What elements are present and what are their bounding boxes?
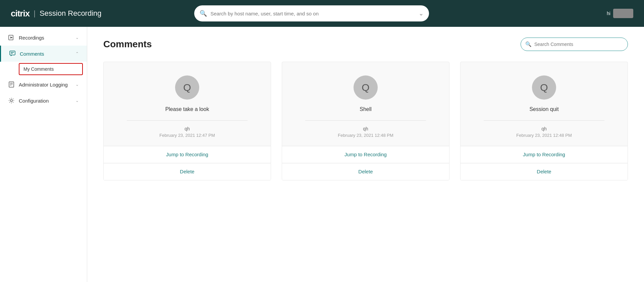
sidebar-item-comments[interactable]: Comments ⌃ [0, 46, 87, 62]
user-greeting: hi [607, 11, 610, 16]
card-divider [127, 120, 248, 121]
sidebar-item-configuration[interactable]: Configuration ⌄ [0, 93, 87, 109]
comment-card: Q Session quit qh February 23, 2021 12:4… [460, 62, 628, 180]
global-search-bar: 🔍 ⌄ [194, 5, 429, 21]
sidebar-item-admin-logging[interactable]: Administrator Logging ⌄ [0, 76, 87, 93]
comment-date: February 23, 2021 12:47 PM [159, 133, 215, 138]
svg-rect-6 [9, 82, 14, 87]
card-body-0: Q Please take a look qh February 23, 202… [104, 62, 271, 146]
delete-link[interactable]: Delete [358, 169, 373, 174]
configuration-icon [8, 97, 15, 104]
recordings-chevron: ⌄ [75, 35, 79, 40]
configuration-chevron: ⌄ [75, 98, 79, 103]
comment-date: February 23, 2021 12:48 PM [338, 133, 393, 138]
configuration-label: Configuration [19, 98, 71, 104]
delete-button[interactable]: Delete [104, 163, 271, 180]
jump-to-recording-link[interactable]: Jump to Recording [166, 152, 208, 157]
comment-user: qh [541, 126, 547, 131]
admin-logging-icon [8, 81, 15, 88]
citrix-logo: citrix [11, 8, 30, 19]
card-body-2: Q Session quit qh February 23, 2021 12:4… [461, 62, 628, 146]
search-comments-input[interactable] [521, 38, 628, 51]
comments-sub-menu: My Comments [0, 63, 87, 75]
avatar: Q [532, 75, 556, 100]
comment-text: Please take a look [165, 106, 209, 112]
comment-user: qh [363, 126, 368, 131]
svg-point-10 [10, 100, 12, 102]
my-comments-label: My Comments [23, 66, 54, 72]
admin-logging-label: Administrator Logging [19, 82, 71, 88]
comments-chevron: ⌃ [75, 51, 79, 56]
main-content: Comments 🔍 Q Please take a look qh Febru… [87, 27, 644, 282]
delete-link[interactable]: Delete [180, 169, 194, 174]
page-title: Comments [103, 39, 152, 50]
jump-to-recording-button[interactable]: Jump to Recording [104, 146, 271, 163]
comment-card: Q Please take a look qh February 23, 202… [103, 62, 271, 180]
global-search-input[interactable] [194, 5, 429, 21]
recordings-icon [8, 34, 15, 41]
comment-text: Shell [360, 106, 372, 112]
logo-divider: | [34, 9, 36, 18]
comment-date: February 23, 2021 12:48 PM [516, 133, 572, 138]
user-area: hi [607, 9, 633, 18]
comments-cards-grid: Q Please take a look qh February 23, 202… [103, 62, 628, 180]
jump-to-recording-button[interactable]: Jump to Recording [461, 146, 628, 163]
delete-button[interactable]: Delete [282, 163, 449, 180]
card-body-1: Q Shell qh February 23, 2021 12:48 PM [282, 62, 449, 146]
recordings-label: Recordings [19, 35, 71, 41]
card-divider [484, 120, 604, 121]
logo-area: citrix | Session Recording [11, 8, 102, 19]
jump-to-recording-link[interactable]: Jump to Recording [523, 152, 565, 157]
comment-card: Q Shell qh February 23, 2021 12:48 PM Ju… [282, 62, 449, 180]
admin-logging-chevron: ⌄ [75, 82, 79, 87]
delete-link[interactable]: Delete [537, 169, 551, 174]
search-comments-bar: 🔍 [521, 38, 628, 51]
comments-label: Comments [20, 51, 71, 57]
comments-icon [9, 50, 16, 57]
comment-text: Session quit [529, 106, 558, 112]
comment-user: qh [184, 126, 190, 131]
top-navigation: citrix | Session Recording 🔍 ⌄ hi [0, 0, 644, 27]
search-comments-icon: 🔍 [525, 41, 532, 47]
svg-rect-2 [10, 51, 15, 55]
chevron-down-icon[interactable]: ⌄ [419, 10, 424, 17]
avatar: Q [175, 75, 199, 100]
search-icon: 🔍 [200, 10, 207, 17]
sidebar-item-my-comments[interactable]: My Comments [19, 63, 83, 75]
jump-to-recording-link[interactable]: Jump to Recording [344, 152, 387, 157]
page-header: Comments 🔍 [103, 38, 628, 51]
app-title: Session Recording [40, 9, 102, 18]
avatar: Q [354, 75, 378, 100]
user-avatar[interactable] [613, 9, 633, 18]
svg-marker-1 [10, 37, 13, 39]
main-layout: Recordings ⌄ Comments ⌃ My Comments [0, 27, 644, 282]
sidebar-item-recordings[interactable]: Recordings ⌄ [0, 30, 87, 46]
jump-to-recording-button[interactable]: Jump to Recording [282, 146, 449, 163]
sidebar: Recordings ⌄ Comments ⌃ My Comments [0, 27, 87, 282]
card-divider [305, 120, 426, 121]
delete-button[interactable]: Delete [461, 163, 628, 180]
